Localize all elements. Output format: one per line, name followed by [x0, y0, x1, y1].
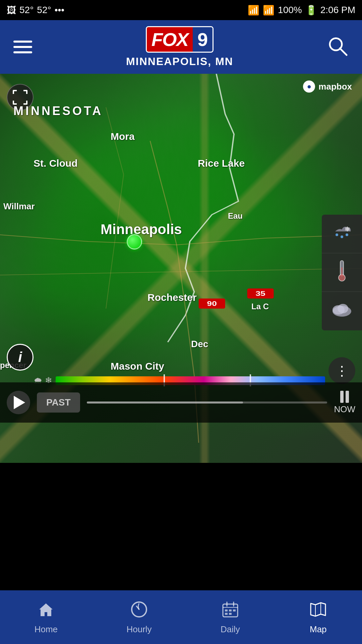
hourly-icon — [130, 600, 148, 622]
layer-panel: ❄ — [322, 215, 362, 330]
city-st-cloud: St. Cloud — [34, 158, 78, 169]
slider-progress — [87, 401, 243, 404]
svg-text:❄: ❄ — [345, 225, 350, 233]
svg-point-15 — [338, 304, 348, 313]
past-label: PAST — [46, 397, 71, 408]
nav-home[interactable]: Home — [35, 600, 58, 635]
home-icon — [37, 600, 55, 622]
svg-point-6 — [336, 233, 338, 236]
svg-line-1 — [340, 48, 347, 55]
svg-marker-27 — [311, 603, 325, 616]
status-right: 📶 📶 100% 🔋 2:06 PM — [248, 5, 355, 16]
status-bar: 🖼 52° 52° ••• 📶 📶 100% 🔋 2:06 PM — [0, 0, 362, 20]
daily-label: Daily — [221, 624, 240, 635]
mapbox-text: mapbox — [318, 82, 352, 92]
past-button[interactable]: PAST — [37, 392, 80, 413]
svg-rect-22 — [225, 609, 228, 611]
fox9-logo: FOX 9 — [146, 26, 214, 53]
play-icon — [14, 396, 25, 409]
precipitation-layer-button[interactable]: ❄ — [322, 215, 362, 253]
city-willmar: Willmar — [3, 201, 35, 212]
menu-line-1 — [13, 41, 32, 43]
search-button[interactable] — [327, 36, 349, 58]
wifi-icon: 📶 — [248, 5, 259, 16]
time-display: 2:06 PM — [320, 5, 355, 15]
clouds-layer-button[interactable] — [322, 292, 362, 330]
city-rice-lake: Rice Lake — [198, 158, 245, 169]
city-lac: La C — [251, 302, 269, 311]
timeline-bar: PAST NOW — [0, 382, 362, 423]
temperature-layer-button[interactable] — [322, 253, 362, 292]
location-marker — [127, 234, 142, 250]
map-area[interactable]: 90 35 ● mapbox MINNESOTA Mora St. Cloud … — [0, 74, 362, 463]
signal-icon: 📶 — [263, 5, 275, 16]
daily-icon — [221, 600, 240, 622]
timeline-slider[interactable] — [87, 401, 327, 404]
svg-rect-23 — [229, 609, 232, 611]
now-label: NOW — [334, 404, 355, 415]
precipitation-icon: ❄ — [332, 222, 352, 246]
more-dots-icon: ⋮ — [335, 363, 349, 378]
svg-rect-24 — [233, 609, 236, 611]
city-rochester: Rochester — [147, 292, 197, 303]
temp-display: 52° — [19, 5, 34, 15]
svg-point-8 — [346, 233, 348, 236]
home-label: Home — [35, 624, 58, 635]
app-header: FOX 9 MINNEAPOLIS, MN — [0, 20, 362, 74]
map-icon — [309, 600, 327, 622]
menu-line-2 — [13, 46, 32, 48]
menu-line-3 — [13, 51, 32, 53]
more-dots: ••• — [55, 5, 64, 15]
pause-bar-1 — [340, 391, 344, 403]
photo-icon: 🖼 — [7, 5, 16, 16]
status-left: 🖼 52° 52° ••• — [7, 5, 64, 16]
nav-daily[interactable]: Daily — [221, 600, 240, 635]
now-button[interactable]: NOW — [334, 391, 355, 415]
bottom-navigation: Home Hourly Daily — [0, 590, 362, 644]
header-center: FOX 9 MINNEAPOLIS, MN — [126, 26, 233, 68]
city-name: MINNEAPOLIS, MN — [126, 55, 233, 68]
city-dec: Dec — [191, 339, 208, 350]
city-eau: Eau — [228, 211, 243, 221]
logo-fox-text: FOX — [147, 27, 193, 52]
svg-point-7 — [341, 235, 343, 238]
clouds-icon — [330, 301, 354, 321]
mapbox-logo: ● mapbox — [303, 80, 352, 93]
logo-number: 9 — [197, 29, 208, 50]
thermometer-icon — [334, 259, 350, 286]
nav-map[interactable]: Map — [309, 600, 327, 635]
pause-icon — [340, 391, 349, 403]
mapbox-icon: ● — [303, 80, 315, 93]
temp-display2: 52° — [37, 5, 51, 15]
more-options-button[interactable]: ⋮ — [328, 357, 355, 384]
state-label: MINNESOTA — [13, 104, 103, 118]
city-mason-city: Mason City — [111, 361, 164, 372]
battery-label: 100% — [278, 5, 302, 15]
svg-rect-12 — [341, 267, 343, 277]
battery-icon: 🔋 — [305, 5, 317, 16]
svg-rect-26 — [229, 613, 232, 615]
svg-rect-25 — [225, 613, 228, 615]
play-button[interactable] — [7, 391, 30, 414]
city-mora: Mora — [111, 131, 135, 142]
map-label: Map — [310, 624, 327, 635]
info-button[interactable]: i — [7, 344, 34, 371]
city-minneapolis: Minneapolis — [101, 221, 182, 237]
menu-button[interactable] — [13, 41, 32, 53]
info-icon: i — [18, 349, 22, 365]
nav-hourly[interactable]: Hourly — [126, 600, 152, 635]
hourly-label: Hourly — [126, 624, 152, 635]
pause-bar-2 — [346, 391, 349, 403]
